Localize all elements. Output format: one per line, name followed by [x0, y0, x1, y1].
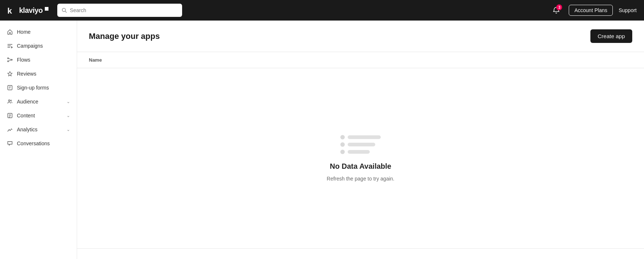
search-input[interactable]	[70, 7, 178, 13]
empty-row-1	[340, 135, 381, 139]
flows-icon	[7, 56, 13, 63]
sidebar-item-audience[interactable]: Audience ⌄	[0, 95, 77, 109]
support-button[interactable]: Support	[619, 7, 637, 13]
logo-badge-icon	[45, 7, 48, 11]
sidebar-item-flows[interactable]: Flows	[0, 53, 77, 67]
svg-point-4	[8, 58, 9, 59]
home-icon	[7, 29, 13, 35]
svg-point-6	[11, 59, 12, 61]
sidebar-conversations-label: Conversations	[17, 141, 70, 146]
klaviyo-logo-icon: k	[7, 5, 18, 15]
table-column-name: Name	[77, 52, 644, 68]
topnav: k klaviyo 3 Account Plans Support	[0, 0, 644, 21]
topnav-right: 3 Account Plans Support	[550, 4, 637, 17]
sidebar-item-content[interactable]: Content ⌄	[0, 109, 77, 123]
audience-chevron-icon: ⌄	[66, 99, 70, 104]
svg-line-3	[65, 11, 67, 13]
table-footer	[77, 248, 644, 259]
sidebar-item-campaigns[interactable]: Campaigns	[0, 39, 77, 53]
content-chevron-icon: ⌄	[66, 113, 70, 118]
reviews-icon	[7, 70, 13, 77]
sidebar-content-label: Content	[17, 113, 63, 118]
empty-state-subtitle: Refresh the page to try again.	[327, 176, 394, 182]
sidebar-reviews-label: Reviews	[17, 71, 70, 77]
empty-state-title: No Data Available	[330, 162, 391, 171]
svg-point-12	[11, 100, 12, 101]
sidebar-item-analytics[interactable]: Analytics ⌄	[0, 123, 77, 136]
sidebar-campaigns-label: Campaigns	[17, 43, 70, 49]
sidebar: Home Campaigns Flows	[0, 21, 77, 259]
empty-dot-2	[340, 142, 345, 147]
empty-illustration	[340, 135, 381, 154]
svg-marker-7	[8, 72, 12, 76]
layout: Home Campaigns Flows	[0, 21, 644, 259]
sidebar-item-reviews[interactable]: Reviews	[0, 67, 77, 81]
empty-bar-2	[348, 143, 375, 146]
sidebar-home-label: Home	[17, 29, 70, 35]
account-plans-button[interactable]: Account Plans	[569, 5, 613, 16]
empty-dot-1	[340, 135, 345, 139]
search-icon	[62, 8, 67, 13]
empty-state: No Data Available Refresh the page to tr…	[77, 68, 644, 248]
empty-bar-3	[348, 150, 370, 154]
create-app-button[interactable]: Create app	[590, 29, 632, 43]
page-title: Manage your apps	[89, 32, 160, 41]
notifications-button[interactable]: 3	[550, 4, 563, 17]
sidebar-item-conversations[interactable]: Conversations	[0, 136, 77, 150]
content-icon	[7, 112, 13, 119]
svg-rect-8	[8, 85, 12, 90]
analytics-icon	[7, 126, 13, 133]
analytics-chevron-icon: ⌄	[66, 127, 70, 132]
svg-rect-1	[45, 7, 48, 11]
sidebar-analytics-label: Analytics	[17, 127, 63, 132]
audience-icon	[7, 98, 13, 105]
logo: k klaviyo	[7, 5, 48, 15]
empty-dot-3	[340, 150, 345, 154]
empty-row-3	[340, 150, 381, 154]
sidebar-flows-label: Flows	[17, 57, 70, 63]
sidebar-signup-forms-label: Sign-up forms	[17, 85, 70, 91]
signup-forms-icon	[7, 84, 13, 91]
apps-table: Name No Data Available	[77, 52, 644, 259]
svg-point-11	[8, 100, 10, 101]
logo-text: klaviyo	[19, 6, 43, 15]
campaigns-icon	[7, 43, 13, 49]
svg-point-5	[8, 61, 9, 62]
sidebar-item-signup-forms[interactable]: Sign-up forms	[0, 81, 77, 95]
svg-text:k: k	[7, 6, 12, 15]
search-bar[interactable]	[57, 4, 182, 17]
sidebar-item-home[interactable]: Home	[0, 25, 77, 39]
main-content: Manage your apps Create app Name	[77, 21, 644, 259]
notification-badge: 3	[556, 4, 562, 10]
conversations-icon	[7, 140, 13, 147]
empty-row-2	[340, 142, 381, 147]
sidebar-audience-label: Audience	[17, 99, 63, 105]
empty-bar-1	[348, 135, 381, 139]
page-header: Manage your apps Create app	[77, 21, 644, 52]
